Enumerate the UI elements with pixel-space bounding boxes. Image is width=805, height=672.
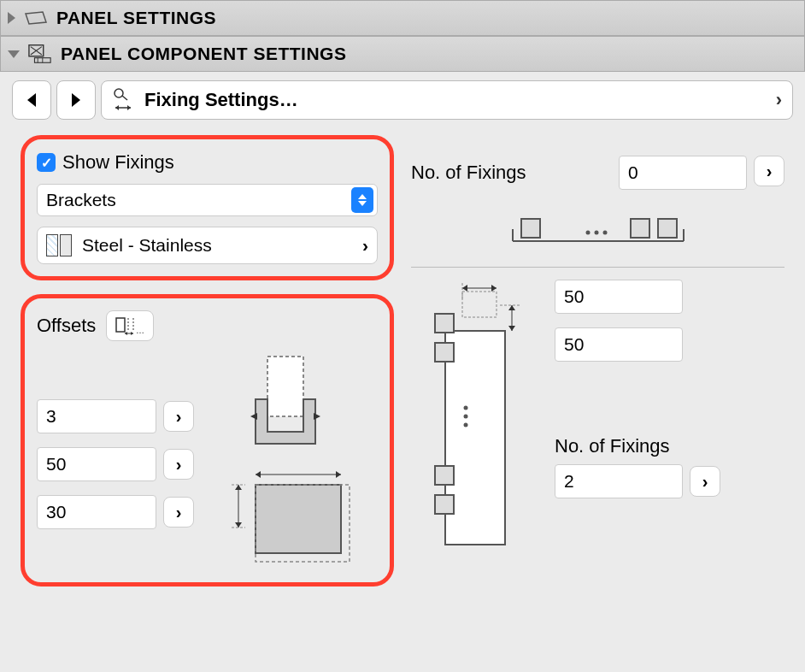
select-stepper-icon	[351, 187, 373, 213]
svg-point-59	[464, 423, 468, 427]
no-of-fixings-label-2: No. of Fixings	[555, 435, 784, 457]
fixing-type-select[interactable]: Brackets	[37, 184, 378, 216]
offset-input-3[interactable]	[37, 495, 156, 529]
offset-2-more-button[interactable]: ›	[163, 449, 194, 480]
svg-marker-46	[491, 285, 497, 292]
chevron-right-icon: ›	[776, 89, 782, 111]
disclosure-down-icon	[8, 50, 20, 58]
svg-marker-7	[27, 93, 36, 107]
panel-component-settings-title: PANEL COMPONENT SETTINGS	[61, 44, 346, 64]
show-fixings-label: Show Fixings	[62, 151, 174, 174]
svg-rect-21	[267, 357, 303, 416]
offset-1-more-button[interactable]: ›	[163, 401, 194, 432]
material-dropdown[interactable]: Steel - Stainless ›	[37, 227, 378, 264]
svg-point-58	[464, 415, 468, 419]
offset-3-more-button[interactable]: ›	[163, 497, 194, 528]
svg-point-57	[464, 406, 468, 410]
show-fixings-checkbox[interactable]: ✓	[37, 153, 56, 172]
svg-rect-39	[658, 219, 677, 238]
svg-marker-8	[72, 93, 80, 107]
side-offset-b-input[interactable]	[555, 327, 683, 362]
svg-marker-19	[131, 332, 133, 335]
svg-marker-31	[235, 522, 242, 528]
next-button[interactable]	[56, 80, 96, 120]
svg-marker-12	[115, 105, 119, 110]
no-of-fixings-bottom-more-button[interactable]: ›	[690, 466, 720, 497]
no-of-fixings-label: No. of Fixings	[411, 162, 526, 184]
prev-button[interactable]	[12, 80, 51, 120]
material-icon	[46, 234, 75, 256]
svg-rect-54	[435, 343, 454, 362]
fixing-settings-label: Fixing Settings…	[144, 89, 298, 111]
no-of-fixings-top-more-button[interactable]: ›	[754, 156, 784, 186]
fixings-top-diagram	[411, 203, 784, 255]
svg-marker-50	[508, 305, 515, 310]
component-icon	[28, 45, 52, 62]
svg-rect-38	[631, 219, 649, 238]
svg-point-41	[594, 231, 598, 235]
svg-marker-23	[314, 413, 320, 420]
offset-input-1[interactable]	[37, 399, 156, 433]
svg-marker-22	[250, 413, 257, 420]
svg-text:…: …	[136, 326, 144, 335]
chevron-right-icon: ›	[362, 235, 368, 256]
offsets-diagram	[208, 348, 361, 570]
svg-point-42	[602, 231, 607, 235]
offsets-group: Offsets …	[21, 294, 394, 587]
svg-rect-27	[256, 485, 341, 553]
fixing-settings-icon	[112, 87, 136, 113]
show-fixings-group: ✓ Show Fixings Brackets Steel - Stainles…	[21, 135, 394, 280]
offsets-mode-button[interactable]: …	[106, 310, 154, 341]
side-offset-a-input[interactable]	[555, 280, 683, 314]
svg-marker-0	[26, 12, 46, 24]
svg-rect-53	[435, 314, 454, 333]
svg-rect-55	[435, 466, 454, 485]
svg-line-10	[122, 96, 127, 100]
svg-rect-48	[462, 292, 497, 317]
svg-marker-45	[462, 285, 467, 292]
disclosure-right-icon	[8, 12, 15, 24]
panel-icon	[24, 9, 48, 27]
svg-rect-56	[435, 495, 454, 514]
no-of-fixings-top-input[interactable]	[619, 156, 747, 190]
svg-marker-51	[508, 326, 515, 331]
svg-rect-14	[116, 318, 125, 332]
side-fixings-diagram	[411, 280, 539, 553]
panel-component-settings-header[interactable]: PANEL COMPONENT SETTINGS	[0, 36, 805, 72]
offset-input-2[interactable]	[37, 447, 156, 481]
svg-marker-30	[235, 485, 242, 490]
svg-rect-37	[521, 219, 540, 238]
svg-marker-13	[127, 105, 131, 110]
svg-marker-26	[336, 471, 341, 478]
no-of-fixings-bottom-input[interactable]	[555, 464, 683, 498]
svg-marker-25	[256, 471, 261, 478]
offsets-title: Offsets	[37, 315, 96, 337]
panel-settings-title: PANEL SETTINGS	[56, 8, 216, 28]
separator	[411, 267, 784, 268]
svg-point-40	[585, 231, 590, 235]
material-value: Steel - Stainless	[82, 235, 212, 256]
svg-point-9	[115, 89, 123, 97]
fixing-type-value: Brackets	[46, 190, 116, 210]
panel-settings-header[interactable]: PANEL SETTINGS	[0, 0, 805, 36]
fixing-settings-dropdown[interactable]: Fixing Settings… ›	[101, 80, 793, 120]
